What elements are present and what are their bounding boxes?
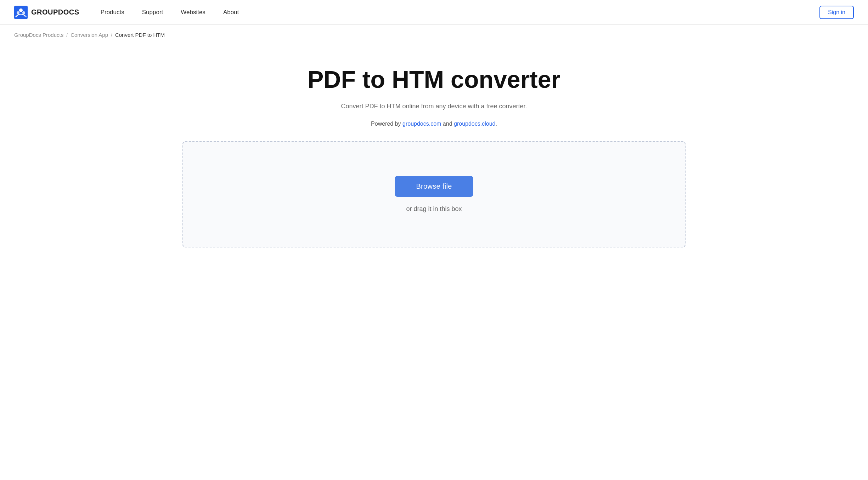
breadcrumb: GroupDocs Products / Conversion App / Co…	[0, 25, 868, 45]
nav-link-products[interactable]: Products	[101, 9, 124, 16]
drag-drop-text: or drag it in this box	[406, 205, 462, 213]
header-left: GROUPDOCS Products Support Websites Abou…	[14, 6, 239, 19]
groupdocs-logo-icon	[14, 6, 28, 19]
page-subtitle: Convert PDF to HTM online from any devic…	[341, 103, 527, 110]
breadcrumb-separator-2: /	[111, 32, 112, 38]
nav-item-products[interactable]: Products	[101, 9, 124, 16]
nav-link-support[interactable]: Support	[142, 9, 163, 16]
nav-link-websites[interactable]: Websites	[181, 9, 205, 16]
powered-by: Powered by groupdocs.com and groupdocs.c…	[371, 121, 497, 127]
nav-link-about[interactable]: About	[223, 9, 239, 16]
powered-by-link-groupdocs-cloud[interactable]: groupdocs.cloud	[454, 121, 495, 127]
svg-point-3	[22, 11, 25, 14]
powered-by-link-groupdocs-com[interactable]: groupdocs.com	[402, 121, 441, 127]
browse-file-button[interactable]: Browse file	[395, 176, 473, 197]
page-title: PDF to HTM converter	[308, 66, 560, 93]
powered-by-suffix: .	[495, 121, 497, 127]
sign-in-button[interactable]: Sign in	[819, 6, 854, 19]
logo-area[interactable]: GROUPDOCS	[14, 6, 79, 19]
header: GROUPDOCS Products Support Websites Abou…	[0, 0, 868, 25]
breadcrumb-item-groupdocs-products[interactable]: GroupDocs Products	[14, 32, 63, 38]
nav-links: Products Support Websites About	[101, 9, 239, 16]
logo-text: GROUPDOCS	[31, 8, 79, 16]
powered-by-and: and	[441, 121, 454, 127]
main-content: PDF to HTM converter Convert PDF to HTM …	[0, 45, 868, 262]
breadcrumb-current: Convert PDF to HTM	[115, 32, 165, 38]
nav-item-about[interactable]: About	[223, 9, 239, 16]
breadcrumb-separator-1: /	[66, 32, 68, 38]
svg-point-2	[17, 11, 19, 14]
nav-item-support[interactable]: Support	[142, 9, 163, 16]
drop-zone[interactable]: Browse file or drag it in this box	[182, 141, 686, 247]
nav-item-websites[interactable]: Websites	[181, 9, 205, 16]
svg-point-1	[19, 8, 23, 12]
svg-rect-0	[14, 6, 28, 19]
breadcrumb-item-conversion-app[interactable]: Conversion App	[71, 32, 108, 38]
powered-by-prefix: Powered by	[371, 121, 402, 127]
